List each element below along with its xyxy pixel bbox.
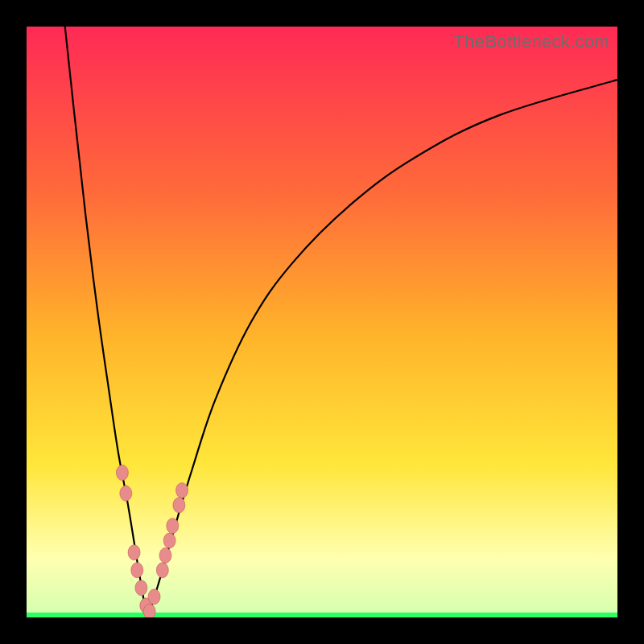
outer-black-frame: TheBottleneck.com bbox=[0, 0, 644, 644]
bottleneck-curve-right bbox=[147, 80, 617, 617]
bead-marker bbox=[116, 465, 128, 481]
bead-marker bbox=[148, 589, 160, 605]
bead-marker bbox=[156, 563, 168, 578]
bead-marker bbox=[135, 580, 147, 596]
bead-marker bbox=[143, 604, 155, 617]
bead-marker bbox=[176, 483, 188, 498]
bead-marker bbox=[131, 563, 143, 578]
chart-svg bbox=[27, 27, 617, 617]
bead-marker bbox=[173, 497, 185, 513]
bead-marker bbox=[128, 545, 140, 560]
bead-marker bbox=[159, 547, 171, 563]
plot-area: TheBottleneck.com bbox=[27, 27, 617, 617]
bottleneck-curve-left bbox=[65, 27, 148, 617]
watermark-text: TheBottleneck.com bbox=[454, 31, 609, 52]
bead-marker bbox=[167, 518, 179, 534]
bead-marker-group bbox=[116, 465, 188, 617]
bead-marker bbox=[163, 533, 175, 548]
bead-marker bbox=[120, 485, 132, 501]
